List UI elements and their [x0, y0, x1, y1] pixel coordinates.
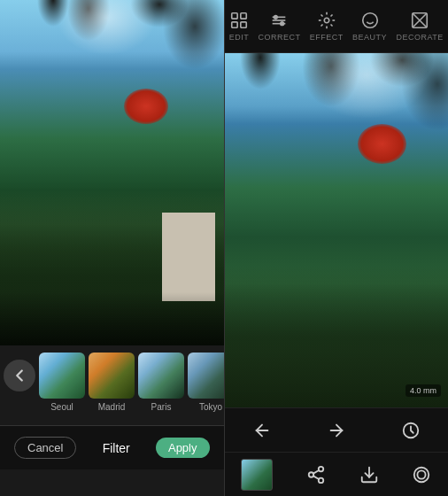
action-bar — [225, 452, 449, 496]
history-icon — [401, 421, 421, 440]
image-overlay — [0, 292, 224, 345]
zoom-badge: 4.0 mm — [406, 384, 441, 397]
beauty-label: BEAUTY — [352, 33, 387, 42]
left-panel: Seoul Madrid Paris Tokyo Ne... — [0, 0, 224, 496]
right-panel: EDIT CORRECT — [225, 0, 449, 496]
edit-icon — [229, 11, 249, 30]
left-image — [0, 0, 224, 345]
filter-thumb-madrid — [89, 353, 135, 399]
effect-label: EFFECT — [310, 33, 344, 42]
filter-item-madrid[interactable]: Madrid — [89, 353, 135, 412]
svg-point-34 — [414, 467, 429, 482]
filter-thumb-paris — [138, 353, 184, 399]
download-button[interactable] — [359, 465, 379, 484]
apply-button[interactable]: Apply — [156, 438, 210, 458]
nav-back-button[interactable] — [248, 416, 276, 445]
svg-point-9 — [324, 18, 329, 23]
filter-thumb-seoul — [39, 353, 85, 399]
filter-item-tokyo[interactable]: Tokyo — [188, 353, 224, 412]
decorate-label: DECORATE — [396, 33, 443, 42]
svg-line-16 — [330, 14, 332, 16]
cancel-button[interactable]: Cancel — [14, 437, 76, 459]
svg-point-7 — [274, 16, 278, 19]
svg-rect-0 — [232, 13, 237, 19]
nav-forward-button[interactable] — [322, 416, 351, 445]
effect-icon — [317, 11, 336, 30]
building-left — [162, 213, 215, 301]
filter-label-tokyo: Tokyo — [199, 402, 222, 412]
back-icon — [10, 366, 29, 385]
svg-line-30 — [313, 476, 319, 479]
svg-point-33 — [418, 470, 426, 478]
toolbar-item-effect[interactable]: EFFECT — [310, 11, 344, 42]
filter-label-madrid: Madrid — [98, 402, 126, 412]
filter-strip: Seoul Madrid Paris Tokyo Ne... — [0, 345, 224, 425]
toolbar-item-edit[interactable]: EDIT — [229, 11, 250, 42]
share-icon — [306, 465, 326, 484]
correct-icon — [269, 11, 289, 30]
right-image: 4.0 mm — [225, 53, 449, 407]
filter-label-paris: Paris — [151, 402, 172, 412]
camera-icon — [412, 465, 431, 484]
filter-label-title: Filter — [103, 441, 130, 455]
svg-line-14 — [321, 14, 322, 16]
toolbar-item-correct[interactable]: CORRECT — [258, 11, 300, 42]
top-toolbar: EDIT CORRECT — [225, 0, 449, 53]
toolbar-item-beauty[interactable]: BEAUTY — [352, 11, 387, 42]
svg-line-15 — [330, 24, 332, 26]
filter-item-seoul[interactable]: Seoul — [39, 353, 85, 412]
download-icon — [359, 465, 379, 484]
toolbar-item-decorate[interactable]: DECORATE — [396, 11, 443, 42]
filter-thumb-tokyo — [188, 353, 224, 399]
history-button[interactable] — [397, 416, 425, 445]
nav-forward-icon — [327, 421, 346, 440]
svg-point-18 — [362, 13, 377, 28]
beauty-icon — [360, 11, 380, 30]
thumbnail-preview[interactable] — [241, 459, 273, 491]
red-flowers-right — [358, 124, 406, 164]
filter-item-paris[interactable]: Paris — [138, 353, 184, 412]
svg-line-17 — [321, 24, 322, 26]
camera-button[interactable] — [412, 465, 431, 484]
svg-rect-1 — [241, 13, 246, 19]
edit-label: EDIT — [229, 33, 250, 42]
svg-line-31 — [313, 469, 319, 473]
bottom-bar-left: Cancel Filter Apply — [0, 425, 224, 469]
nav-back-icon — [252, 421, 272, 440]
nav-controls — [225, 407, 449, 452]
decorate-icon — [410, 11, 429, 30]
back-button[interactable] — [4, 360, 35, 391]
svg-rect-2 — [232, 22, 237, 27]
filter-label-seoul: Seoul — [50, 402, 73, 412]
red-flowers-left — [124, 89, 168, 124]
correct-label: CORRECT — [258, 33, 300, 42]
share-button[interactable] — [306, 465, 326, 484]
svg-rect-3 — [241, 22, 246, 27]
svg-point-8 — [281, 22, 284, 26]
